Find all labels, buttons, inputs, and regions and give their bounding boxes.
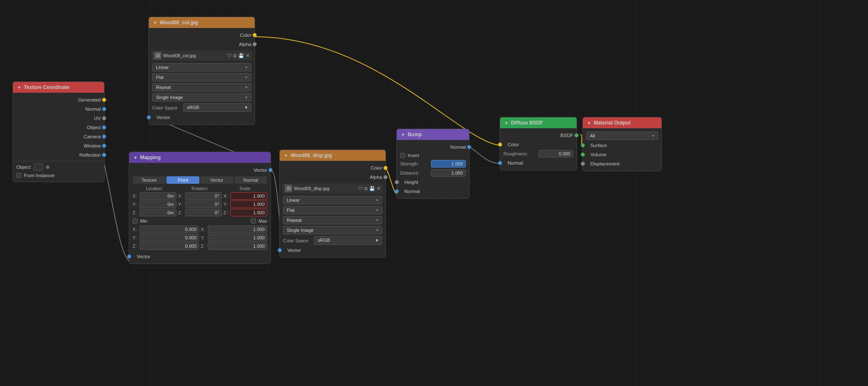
max-checkbox[interactable] <box>251 218 256 223</box>
matout-volume-socket[interactable] <box>581 152 585 157</box>
loc-z-input[interactable]: 0m <box>140 209 176 216</box>
bump-distance-input[interactable]: 1.000 <box>431 169 466 177</box>
loc-x-input[interactable]: 0m <box>140 192 176 200</box>
collapse-arrow[interactable]: ▼ <box>17 85 21 90</box>
col-colorspace-dropdown[interactable]: sRGB ▾ <box>183 103 251 112</box>
bump-invert-label: Invert <box>408 153 419 158</box>
scale-z-input[interactable]: 1.000 <box>230 209 267 216</box>
col-color-socket[interactable] <box>253 33 257 37</box>
diffuse-bsdf-header[interactable]: ▼ Diffuse BSDF <box>500 117 577 128</box>
disp-repeat-dropdown[interactable]: Repeat ▾ <box>283 216 382 224</box>
col-vector-in-socket[interactable] <box>147 115 151 119</box>
matout-surface-label: Surface <box>590 143 607 148</box>
min-z-input[interactable]: 0.000 <box>140 242 199 250</box>
mapping-vector-in-socket[interactable] <box>127 254 131 259</box>
shield-icon-disp[interactable]: 🛡 <box>358 186 363 191</box>
bump-strength-input[interactable]: 1.000 <box>431 160 466 168</box>
object-field-label: Object: <box>16 165 31 170</box>
max-z-input[interactable]: 1.000 <box>208 242 267 250</box>
disp-alpha-socket[interactable] <box>383 175 388 179</box>
col-alpha-row: Alpha <box>149 40 255 49</box>
tab-normal[interactable]: Normal <box>234 176 267 184</box>
generated-socket[interactable] <box>102 98 106 102</box>
bump-normal-out-socket[interactable] <box>467 145 471 149</box>
copy-icon-col[interactable]: ⧉ <box>233 53 237 58</box>
copy-icon-disp[interactable]: ⧉ <box>364 186 368 191</box>
close-icon-disp[interactable]: ✕ <box>377 186 380 191</box>
min-y-input[interactable]: 0.000 <box>140 234 199 241</box>
scale-y-input[interactable]: 1.000 <box>230 201 267 208</box>
normal-socket[interactable] <box>102 107 106 111</box>
eyedropper-icon[interactable]: ⊕ <box>46 164 50 170</box>
disp-vector-in-socket[interactable] <box>278 248 282 252</box>
matout-all-dropdown[interactable]: All ▾ <box>586 132 658 140</box>
bsdf-color-socket[interactable] <box>498 142 502 147</box>
matout-surface-socket[interactable] <box>581 143 585 147</box>
mapping-vector-out-socket[interactable] <box>268 168 273 172</box>
col-alpha-socket[interactable] <box>253 42 257 46</box>
col-repeat-dropdown[interactable]: Repeat ▾ <box>152 83 251 91</box>
collapse-arrow-matout[interactable]: ▼ <box>587 121 591 125</box>
bump-height-socket[interactable] <box>395 180 399 184</box>
bsdf-normal-socket[interactable] <box>498 161 502 165</box>
object-socket[interactable] <box>102 125 106 130</box>
matout-volume-label: Volume <box>590 152 606 157</box>
min-x-input[interactable]: 0.000 <box>140 226 199 233</box>
bsdf-out-socket[interactable] <box>574 133 579 137</box>
tab-texture[interactable]: Texture <box>133 176 166 184</box>
bump-header[interactable]: ▼ Bump <box>397 129 469 140</box>
wood08-col-header[interactable]: ▼ Wood08_col.jpg <box>149 17 255 28</box>
max-x-input[interactable]: 1.000 <box>208 226 267 233</box>
shield-icon-col[interactable]: 🛡 <box>227 53 232 58</box>
col-colorspace-chev: ▾ <box>245 105 248 110</box>
disp-color-socket[interactable] <box>383 166 388 170</box>
loc-y-input[interactable]: 0m <box>140 201 176 208</box>
maxx-axis: X: <box>201 227 207 232</box>
collapse-arrow-bump[interactable]: ▼ <box>401 132 405 137</box>
col-linear-dropdown[interactable]: Linear ▾ <box>152 63 251 71</box>
wood08-disp-header[interactable]: ▼ Wood08_disp.jpg <box>280 150 385 161</box>
max-y-input[interactable]: 1.000 <box>208 234 267 241</box>
scale-x-input[interactable]: 1.000 <box>230 192 267 200</box>
collapse-arrow-mapping[interactable]: ▼ <box>133 155 138 160</box>
tab-vector[interactable]: Vector <box>200 176 233 184</box>
collapse-arrow-disp[interactable]: ▼ <box>284 153 288 158</box>
bump-normal-in-label: Normal <box>404 189 420 194</box>
disp-flat-dropdown[interactable]: Flat ▾ <box>283 206 382 214</box>
tab-point[interactable]: Point <box>166 176 199 184</box>
mapping-header[interactable]: ▼ Mapping <box>129 152 271 163</box>
disp-single-dropdown[interactable]: Single Image ▾ <box>283 226 382 234</box>
save-icon-disp[interactable]: 💾 <box>369 186 375 191</box>
mapping-body: Vector Texture Point Vector Normal Locat… <box>129 163 271 264</box>
matout-displacement-socket[interactable] <box>581 162 585 166</box>
disp-colorspace-row: Color Space sRGB ▾ <box>280 235 385 246</box>
mapping-node: ▼ Mapping Vector Texture Point Vector No… <box>129 152 271 264</box>
rot-z-input[interactable]: 0° <box>185 209 222 216</box>
disp-colorspace-value: sRGB <box>318 238 330 243</box>
collapse-arrow-col[interactable]: ▼ <box>153 20 157 25</box>
save-icon-col[interactable]: 💾 <box>238 53 244 58</box>
col-flat-dropdown[interactable]: Flat ▾ <box>152 73 251 81</box>
bump-normal-in-socket[interactable] <box>395 189 399 193</box>
disp-colorspace-dropdown[interactable]: sRGB ▾ <box>314 236 382 245</box>
bump-invert-checkbox[interactable] <box>400 153 405 158</box>
rot-y-input[interactable]: 0° <box>185 201 222 208</box>
material-output-header[interactable]: ▼ Material Output <box>583 117 661 128</box>
min-checkbox[interactable] <box>133 218 138 223</box>
window-socket[interactable] <box>102 144 106 148</box>
bump-node: ▼ Bump Normal Invert Strength: 1.000 Dis… <box>396 129 470 199</box>
uv-socket[interactable] <box>102 116 106 120</box>
material-output-body: All ▾ Surface Volume Displacement <box>583 128 661 171</box>
reflection-socket[interactable] <box>102 153 106 157</box>
col-single-dropdown[interactable]: Single Image ▾ <box>152 93 251 102</box>
rot-x-input[interactable]: 0° <box>185 192 222 200</box>
object-picker[interactable] <box>34 163 43 171</box>
bsdf-roughness-input[interactable]: 0.000 <box>539 150 573 157</box>
collapse-arrow-bsdf[interactable]: ▼ <box>504 121 508 125</box>
close-icon-col[interactable]: ✕ <box>246 53 250 58</box>
from-instancer-checkbox[interactable] <box>16 173 21 178</box>
camera-socket[interactable] <box>102 135 106 139</box>
scale-x-axis: X: <box>223 193 229 198</box>
disp-linear-dropdown[interactable]: Linear ▾ <box>283 196 382 204</box>
texture-coordinate-header[interactable]: ▼ Texture Coordinate <box>13 82 104 93</box>
